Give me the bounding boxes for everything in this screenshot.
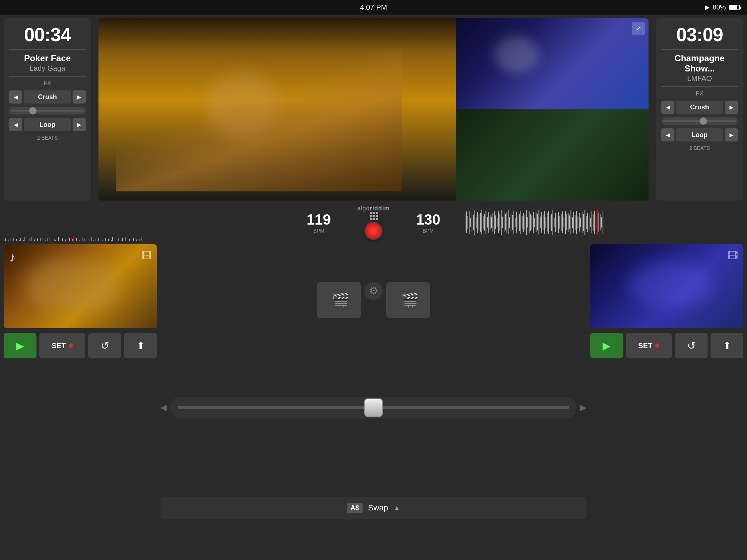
left-bpm-value: 119 xyxy=(307,211,331,228)
svg-rect-99 xyxy=(142,237,142,241)
right-media-btn[interactable]: 🎬 xyxy=(386,282,430,318)
record-button[interactable] xyxy=(364,222,383,240)
right-fx-next-btn[interactable]: ▶ xyxy=(725,101,738,114)
svg-rect-180 xyxy=(575,215,576,230)
left-fx-slider-track xyxy=(11,110,84,112)
svg-rect-77 xyxy=(111,240,112,241)
center-waveform-controls: 119 BPM xyxy=(286,211,352,234)
svg-rect-9 xyxy=(16,239,17,241)
crossfader-thumb[interactable] xyxy=(364,398,383,417)
svg-rect-127 xyxy=(502,217,503,228)
svg-rect-50 xyxy=(72,239,73,241)
svg-rect-129 xyxy=(505,214,506,230)
svg-rect-144 xyxy=(526,210,527,235)
left-waveform[interactable] xyxy=(4,210,282,235)
gear-button[interactable]: ⚙ xyxy=(364,282,383,300)
svg-rect-14 xyxy=(23,240,24,241)
right-waveform-area xyxy=(461,204,747,241)
left-set-label: SET xyxy=(52,342,66,350)
svg-rect-39 xyxy=(58,237,59,241)
right-waveform[interactable] xyxy=(465,210,743,235)
svg-rect-120 xyxy=(492,213,493,232)
svg-rect-165 xyxy=(554,218,554,227)
right-shift-btn[interactable]: ⬆ xyxy=(711,333,743,358)
svg-rect-130 xyxy=(507,212,507,233)
right-set-btn[interactable]: SET xyxy=(626,333,672,358)
left-media-icon: 🎬 xyxy=(328,289,350,311)
svg-rect-132 xyxy=(509,217,510,228)
svg-rect-85 xyxy=(122,238,123,241)
swap-section[interactable]: A8 Swap ▲ xyxy=(160,497,587,519)
svg-rect-20 xyxy=(31,237,32,241)
svg-rect-64 xyxy=(93,240,93,241)
left-track-name: Poker Face xyxy=(24,53,71,63)
left-fx-name: Crush xyxy=(24,90,71,104)
left-loop-prev-btn[interactable]: ◀ xyxy=(9,118,22,131)
right-shift-icon: ⬆ xyxy=(723,340,731,352)
svg-rect-103 xyxy=(469,211,469,234)
video-expand-btn[interactable]: ⤢ xyxy=(632,22,645,35)
svg-rect-128 xyxy=(504,213,504,232)
right-loop-next-btn[interactable]: ▶ xyxy=(725,128,738,141)
left-fx-label: FX xyxy=(44,80,51,87)
play-indicator: ▶ xyxy=(705,3,710,11)
left-fx-prev-btn[interactable]: ◀ xyxy=(9,90,22,104)
crossfader[interactable] xyxy=(170,397,577,419)
right-fx-slider-thumb[interactable] xyxy=(700,117,707,125)
right-bpm-value: 130 xyxy=(416,211,441,228)
left-shift-icon: ⬆ xyxy=(136,340,145,352)
video-side xyxy=(456,18,649,201)
svg-rect-149 xyxy=(531,215,532,229)
svg-rect-93 xyxy=(133,238,134,241)
right-rewind-btn[interactable]: ↺ xyxy=(675,333,708,358)
left-rewind-btn[interactable]: ↺ xyxy=(88,333,121,358)
svg-rect-48 xyxy=(69,238,70,241)
right-play-btn[interactable]: ▶ xyxy=(590,333,623,358)
left-set-btn[interactable]: SET xyxy=(39,333,85,358)
svg-rect-138 xyxy=(518,216,518,229)
svg-rect-143 xyxy=(525,215,525,230)
svg-rect-193 xyxy=(593,214,593,231)
left-fx-slider[interactable] xyxy=(9,107,86,114)
svg-rect-36 xyxy=(54,239,55,241)
svg-rect-37 xyxy=(55,240,56,241)
left-fx-next-btn[interactable]: ▶ xyxy=(73,90,86,104)
svg-rect-188 xyxy=(586,216,587,229)
right-fx-slider[interactable] xyxy=(661,117,738,125)
svg-rect-150 xyxy=(533,212,534,233)
center-logo-area: algoriddim xyxy=(352,205,395,240)
right-deck-panel: 03:09 Champagne Show... LMFAO FX ◀ Crush… xyxy=(656,18,743,201)
crossfader-left-arrow[interactable]: ◀ xyxy=(160,403,167,412)
left-loop-next-btn[interactable]: ▶ xyxy=(73,118,86,131)
svg-rect-158 xyxy=(544,211,545,234)
svg-rect-183 xyxy=(579,213,580,232)
svg-rect-114 xyxy=(484,214,485,231)
svg-rect-131 xyxy=(508,210,508,234)
left-shift-btn[interactable]: ⬆ xyxy=(124,333,157,358)
right-track-name: Champagne Show... xyxy=(661,53,738,74)
left-play-btn[interactable]: ▶ xyxy=(4,333,36,358)
svg-rect-171 xyxy=(562,211,563,233)
svg-rect-28 xyxy=(43,239,43,241)
lady-gaga-video xyxy=(98,18,456,201)
svg-rect-179 xyxy=(573,212,574,233)
right-media-icon: 🎬 xyxy=(397,289,419,311)
svg-rect-112 xyxy=(481,210,482,234)
left-deck-timer: 00:34 xyxy=(24,24,71,46)
right-fx-prev-btn[interactable]: ◀ xyxy=(661,101,674,114)
svg-rect-169 xyxy=(560,216,560,229)
left-controls-row: ▶ SET ↺ ⬆ xyxy=(4,331,157,360)
left-fx-slider-thumb[interactable] xyxy=(29,107,36,114)
right-loop-prev-btn[interactable]: ◀ xyxy=(661,128,674,141)
bottom-section: ♪ 🎞 ▶ SET ↺ ⬆ xyxy=(0,241,747,560)
svg-rect-5 xyxy=(11,238,11,241)
svg-rect-175 xyxy=(568,213,569,232)
svg-rect-194 xyxy=(594,211,595,234)
svg-rect-66 xyxy=(96,239,96,241)
svg-rect-142 xyxy=(523,213,524,232)
right-set-label: SET xyxy=(638,342,653,350)
swap-arrow-icon: ▲ xyxy=(394,504,400,512)
svg-rect-167 xyxy=(557,215,557,230)
crossfader-right-arrow[interactable]: ▶ xyxy=(580,403,587,412)
left-media-btn[interactable]: 🎬 xyxy=(317,282,361,318)
